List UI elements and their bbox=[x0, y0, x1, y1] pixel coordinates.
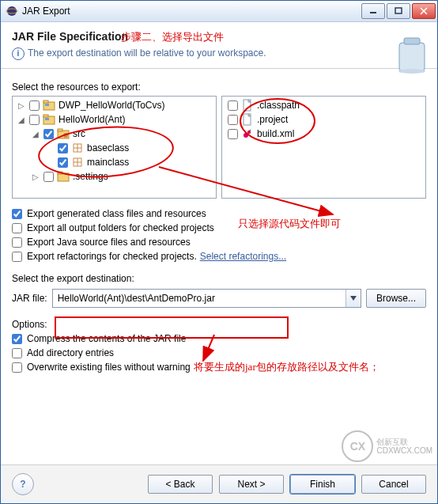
svg-rect-11 bbox=[45, 104, 49, 106]
jar-file-label: JAR file: bbox=[12, 293, 47, 304]
cancel-button[interactable]: Cancel bbox=[361, 475, 426, 494]
tree-row[interactable]: .project bbox=[222, 112, 425, 127]
close-button[interactable] bbox=[412, 3, 436, 19]
jar-icon bbox=[395, 36, 429, 74]
svg-point-28 bbox=[244, 133, 248, 138]
tree-label: DWP_HelloWorld(ToCvs) bbox=[58, 100, 164, 111]
destination-row: JAR file: Browse... bbox=[12, 289, 426, 308]
watermark-text: 创新互联CDXWCX.COM bbox=[376, 438, 432, 455]
jar-file-combo bbox=[52, 289, 361, 308]
svg-point-0 bbox=[7, 6, 17, 16]
file-icon bbox=[241, 99, 254, 112]
tree-row[interactable]: build.xml bbox=[222, 127, 425, 141]
wizard-header: JAR File Specification 步骤二、选择导出文件 iThe e… bbox=[1, 22, 437, 69]
opt-output-folders: Export all output folders for checked pr… bbox=[12, 222, 426, 233]
svg-rect-7 bbox=[404, 38, 420, 44]
tree-label: .settings bbox=[72, 171, 108, 182]
svg-rect-10 bbox=[43, 100, 48, 103]
page-subtitle: iThe export destination will be relative… bbox=[12, 47, 426, 60]
options-label: Options: bbox=[12, 319, 426, 330]
svg-rect-13 bbox=[43, 115, 48, 117]
annotation-dest-note: 将要生成的jar包的存放路径以及文件名； bbox=[194, 360, 379, 374]
eclipse-icon bbox=[6, 5, 18, 17]
twisty-icon[interactable]: ◢ bbox=[16, 116, 27, 124]
checkbox-generated[interactable] bbox=[12, 209, 22, 219]
package-icon bbox=[71, 142, 84, 154]
tree-checkbox[interactable] bbox=[228, 100, 238, 111]
folder-icon bbox=[57, 170, 70, 183]
tree-checkbox[interactable] bbox=[58, 157, 68, 168]
srcfolder-icon bbox=[57, 127, 70, 140]
tree-checkbox[interactable] bbox=[43, 172, 54, 182]
checkbox-java-source[interactable] bbox=[12, 237, 22, 248]
tree-label: mainclass bbox=[86, 157, 129, 168]
project-icon bbox=[43, 99, 55, 112]
tree-row[interactable]: ▷DWP_HelloWorld(ToCvs) bbox=[13, 98, 216, 112]
tree-label: HelloWorld(Ant) bbox=[58, 114, 125, 125]
back-button[interactable]: < Back bbox=[148, 475, 213, 494]
twisty-icon[interactable]: ◢ bbox=[30, 130, 41, 138]
tree-row[interactable]: mainclass bbox=[13, 155, 216, 169]
destination-label: Select the export destination: bbox=[12, 273, 426, 284]
titlebar: JAR Export bbox=[1, 1, 437, 22]
window-title: JAR Export bbox=[22, 6, 361, 17]
tree-checkbox[interactable] bbox=[29, 115, 40, 125]
svg-rect-14 bbox=[45, 118, 49, 120]
browse-button[interactable]: Browse... bbox=[366, 289, 426, 308]
svg-marker-32 bbox=[350, 296, 357, 301]
finish-button[interactable]: Finish bbox=[290, 475, 355, 494]
tree-label: .project bbox=[256, 114, 288, 125]
annotation-only-source: 只选择源代码文件即可 bbox=[238, 217, 341, 231]
project-tree[interactable]: ▷DWP_HelloWorld(ToCvs)◢HelloWorld(Ant)◢s… bbox=[12, 96, 217, 199]
combo-dropdown-button[interactable] bbox=[345, 290, 361, 307]
twisty-icon[interactable]: ▷ bbox=[16, 101, 27, 110]
maximize-button[interactable] bbox=[387, 3, 410, 19]
checkbox-add-dir[interactable] bbox=[12, 348, 22, 358]
tree-checkbox[interactable] bbox=[228, 129, 238, 139]
wizard-footer: ? < Back Next > Finish Cancel bbox=[1, 464, 437, 503]
project-icon bbox=[43, 113, 55, 126]
tree-label: src bbox=[72, 128, 85, 139]
tree-row[interactable]: ◢src bbox=[13, 127, 216, 141]
tree-label: build.xml bbox=[256, 128, 294, 139]
annotation-step: 步骤二、选择导出文件 bbox=[121, 30, 224, 44]
watermark-icon: CX bbox=[342, 430, 373, 462]
svg-rect-25 bbox=[58, 172, 62, 174]
tree-checkbox[interactable] bbox=[58, 143, 68, 153]
package-icon bbox=[71, 156, 84, 169]
select-refactorings-link[interactable]: Select refactorings... bbox=[200, 251, 286, 262]
svg-rect-6 bbox=[399, 43, 425, 71]
jar-file-input[interactable] bbox=[53, 290, 345, 306]
twisty-icon[interactable]: ▷ bbox=[30, 172, 41, 181]
info-icon: i bbox=[12, 47, 25, 60]
tree-checkbox[interactable] bbox=[43, 129, 54, 139]
checkbox-output-folders[interactable] bbox=[12, 223, 22, 233]
svg-rect-3 bbox=[395, 8, 402, 13]
minimize-button[interactable] bbox=[361, 3, 385, 19]
tree-row[interactable]: baseclass bbox=[13, 141, 216, 155]
tree-checkbox[interactable] bbox=[29, 100, 40, 111]
opt-add-dir: Add directory entries bbox=[12, 347, 426, 358]
svg-rect-16 bbox=[58, 129, 62, 131]
opt-generated: Export generated class files and resourc… bbox=[12, 208, 426, 219]
watermark: CX 创新互联CDXWCX.COM bbox=[342, 430, 432, 462]
page-title: JAR File Specification bbox=[12, 30, 128, 43]
tree-checkbox[interactable] bbox=[228, 115, 238, 125]
opt-compress: Compress the contents of the JAR file bbox=[12, 333, 426, 344]
tree-row[interactable]: .classpath bbox=[222, 98, 425, 112]
resources-label: Select the resources to export: bbox=[12, 81, 426, 93]
checkbox-compress[interactable] bbox=[12, 334, 22, 344]
next-button[interactable]: Next > bbox=[219, 475, 284, 494]
tree-row[interactable]: ▷.settings bbox=[13, 169, 216, 184]
tree-label: baseclass bbox=[86, 142, 129, 153]
checkbox-refactorings[interactable] bbox=[12, 252, 22, 262]
file-tree[interactable]: .classpath.projectbuild.xml bbox=[221, 96, 426, 199]
help-button[interactable]: ? bbox=[12, 473, 34, 495]
svg-point-8 bbox=[398, 69, 425, 74]
jar-export-window: JAR Export JAR File Specification 步骤二、选择… bbox=[0, 0, 438, 504]
wizard-content: Select the resources to export: ▷DWP_Hel… bbox=[1, 69, 437, 464]
checkbox-overwrite[interactable] bbox=[12, 362, 22, 373]
tree-row[interactable]: ◢HelloWorld(Ant) bbox=[13, 112, 216, 127]
file-icon bbox=[241, 113, 254, 126]
svg-line-30 bbox=[244, 131, 247, 133]
